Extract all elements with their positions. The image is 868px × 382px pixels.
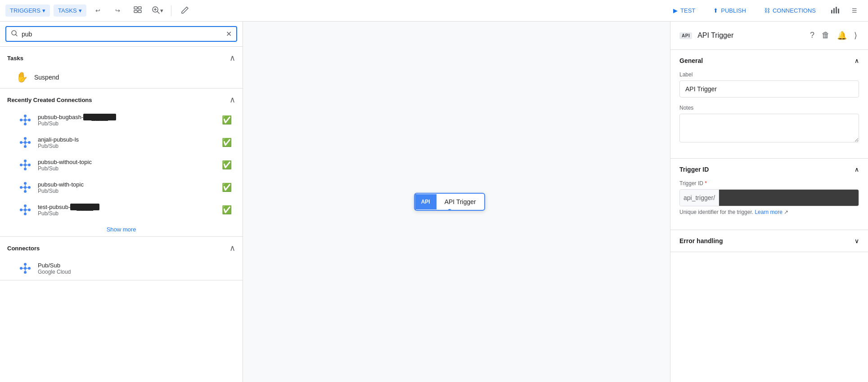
expand-icon[interactable]: ⟩ [852,29,859,42]
delete-icon[interactable]: 🗑 [820,29,832,42]
connection-name: pubsub-bugbash-████ [38,114,216,120]
connection-item[interactable]: pubsub-with-topic Pub/Sub ✅ [4,177,239,198]
show-more-link[interactable]: Show more [0,222,243,236]
node-badge: API [415,194,436,209]
connection-item[interactable]: pubsub-without-topic Pub/Sub ✅ [4,154,239,176]
svg-point-52 [24,213,27,215]
pubsub-connection-icon [18,180,32,195]
api-badge: API [679,32,692,39]
connection-name: test-pubsub-████ [38,204,216,210]
zoom-chevron-icon: ▾ [160,7,163,14]
publish-icon: ⬆ [713,7,718,14]
publish-button[interactable]: ⬆ PUBLISH [706,4,753,17]
trigger-id-form-group: Trigger ID api_trigger/ Unique identifie… [679,180,859,215]
tasks-section-header[interactable]: Tasks ∧ [0,47,243,67]
connection-status-icon: ✅ [222,205,232,215]
redo-button[interactable]: ↪ [110,3,126,19]
right-panel-title: API Trigger [697,31,803,40]
label-field-input[interactable] [679,80,859,98]
layout-button[interactable] [130,3,146,19]
svg-point-15 [24,115,27,117]
test-label: TEST [680,7,695,14]
connection-name: anjali-pubsub-ls [38,136,216,143]
svg-point-34 [24,168,27,170]
help-icon[interactable]: ? [808,29,816,42]
undo-icon: ↩ [95,7,100,14]
tasks-section: Tasks ∧ ✋ Suspend [0,47,243,89]
tasks-label: TASKS [58,7,77,14]
connection-item[interactable]: test-pubsub-████ Pub/Sub ✅ [4,199,239,221]
edit-button[interactable] [177,3,193,19]
svg-rect-0 [134,7,137,9]
menu-button[interactable]: ☰ [846,3,863,19]
tasks-button[interactable]: TASKS ▾ [54,4,86,17]
notes-field-input[interactable] [679,114,859,142]
pubsub-connector-icon [18,261,32,275]
connection-name: pubsub-with-topic [38,181,216,188]
connections-section-title: Recently Created Connections [7,97,92,103]
trigger-id-section-header[interactable]: Trigger ID ∧ [670,159,868,180]
suspend-icon: ✋ [14,70,29,84]
connection-type: Pub/Sub [38,143,216,149]
bookmark-icon[interactable]: 🔔 [835,29,849,42]
search-input[interactable]: pub [22,31,222,38]
connection-info: test-pubsub-████ Pub/Sub [38,204,216,217]
svg-point-26 [20,141,22,144]
notes-form-group: Notes [679,105,859,144]
connector-name: Pub/Sub [38,262,232,269]
svg-point-16 [24,123,27,125]
svg-rect-1 [138,7,141,9]
tasks-section-title: Tasks [7,55,23,62]
task-item-suspend[interactable]: ✋ Suspend [4,67,239,88]
menu-icon: ☰ [852,7,857,14]
search-clear-button[interactable]: ✕ [226,31,232,38]
toolbar-divider [171,5,171,16]
connection-info: pubsub-bugbash-████ Pub/Sub [38,114,216,127]
trigger-id-prefix: api_trigger/ [680,190,719,206]
svg-point-53 [20,209,22,211]
triggers-button[interactable]: TRIGGERS ▾ [5,4,50,17]
left-panel: pub ✕ Tasks ∧ ✋ Suspend [0,22,243,382]
triggers-label: TRIGGERS [10,7,40,14]
trigger-id-section: Trigger ID ∧ Trigger ID api_trigger/ Uni… [670,159,868,230]
svg-point-62 [20,267,22,270]
node-label: API Trigger [436,194,484,210]
svg-point-59 [24,267,27,270]
svg-point-32 [24,164,27,166]
svg-point-50 [24,209,27,211]
general-section-content: Label Notes [670,71,868,158]
connections-button[interactable]: ⛓ CONNECTIONS [757,4,823,17]
connections-section-header[interactable]: Recently Created Connections ∧ [0,89,243,108]
canvas-area: API API Trigger [243,22,670,382]
error-handling-section-header[interactable]: Error handling ∨ [670,230,868,252]
connectors-section-header[interactable]: Connectors ∧ [0,237,243,257]
connection-item[interactable]: pubsub-bugbash-████ Pub/Sub ✅ [4,109,239,131]
toolbar: TRIGGERS ▾ TASKS ▾ ↩ ↪ ▾ [0,0,868,22]
trigger-id-content: Trigger ID api_trigger/ Unique identifie… [670,180,868,230]
right-panel-actions: ? 🗑 🔔 ⟩ [808,29,859,42]
svg-point-61 [24,271,27,274]
analytics-button[interactable] [827,3,843,19]
label-form-group: Label [679,71,859,98]
zoom-button[interactable]: ▾ [149,3,166,19]
connection-type: Pub/Sub [38,210,216,217]
general-section-header[interactable]: General ∧ [670,50,868,71]
svg-point-43 [24,190,27,193]
trigger-id-value [719,190,859,206]
svg-point-60 [24,263,27,266]
svg-point-54 [28,209,31,211]
test-button[interactable]: ▶ TEST [666,4,702,17]
svg-line-13 [16,35,18,36]
connector-item-pubsub[interactable]: Pub/Sub Google Cloud [4,258,239,279]
tasks-list: ✋ Suspend [0,67,243,88]
api-trigger-node[interactable]: API API Trigger [414,193,485,211]
connection-item[interactable]: anjali-pubsub-ls Pub/Sub ✅ [4,132,239,153]
connections-icon: ⛓ [764,7,770,14]
learn-more-link[interactable]: Learn more [755,209,782,215]
svg-rect-8 [831,10,832,13]
svg-point-44 [20,186,22,189]
triggers-chevron-icon: ▾ [42,7,45,14]
connection-status-icon: ✅ [222,138,232,147]
panel-content: Tasks ∧ ✋ Suspend Recently Created Conne… [0,47,243,382]
undo-button[interactable]: ↩ [90,3,106,19]
